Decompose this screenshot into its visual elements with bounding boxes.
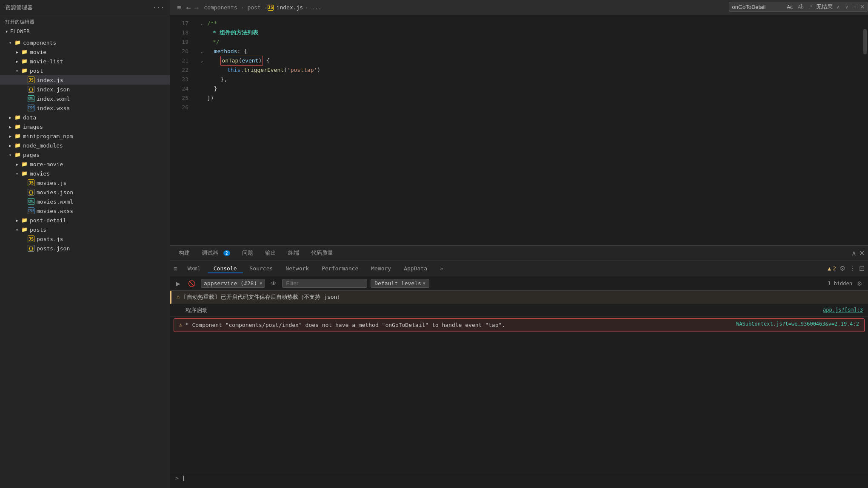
console-filter-input[interactable]	[282, 279, 367, 288]
search-input[interactable]	[732, 4, 783, 10]
dev-tab-console[interactable]: Console	[208, 264, 243, 273]
breadcrumb-js-icon: JS	[268, 5, 274, 11]
dev-tab-memory[interactable]: Memory	[365, 264, 397, 273]
warning-badge[interactable]: ▲ 2	[828, 265, 836, 272]
sidebar: 资源管理器 ··· 打开的编辑器 ▾FLOWER ▾ 📁 components …	[0, 0, 170, 488]
tab-output[interactable]: 输出	[260, 247, 281, 259]
dev-tab-appdata[interactable]: AppData	[398, 264, 433, 273]
sidebar-item-more-movie[interactable]: ▶ 📁 more-movie	[0, 159, 170, 169]
dev-tab-more[interactable]: »	[434, 264, 449, 273]
sidebar-item-movies-wxss[interactable]: ▶ CSS movies.wxss	[0, 206, 170, 216]
editor-scrollbar-thumb[interactable]	[863, 29, 867, 54]
panel-tabs-bar: 构建 调试器 2 问题 输出 终端 代码质量	[170, 246, 868, 261]
tab-code-quality[interactable]: 代码质量	[306, 247, 338, 259]
devtools-settings-btn[interactable]: ⚙	[839, 264, 845, 272]
sidebar-item-data[interactable]: ▶ 📁 data	[0, 113, 170, 122]
tab-overflow-icon[interactable]: ≡	[174, 3, 185, 11]
console-input-row: > |	[170, 473, 868, 483]
tab-forward-icon: →	[194, 3, 199, 12]
code-line-25: })	[194, 94, 868, 103]
warn-icon-1: ⚠	[177, 293, 180, 300]
fold-20[interactable]: ⌄	[200, 47, 207, 56]
console-source-1[interactable]: app.js?[sm]:3	[823, 307, 863, 313]
sidebar-item-index-wxss[interactable]: ▶ CSS index.wxss	[0, 103, 170, 113]
sidebar-item-movies-wxml[interactable]: ▶ XML movies.wxml	[0, 197, 170, 206]
breadcrumb-filename: index.js	[277, 4, 303, 11]
fold-17[interactable]: ⌄	[200, 19, 207, 28]
tab-build[interactable]: 构建	[174, 247, 195, 259]
console-service-select[interactable]: appservice (#28) ▼	[201, 279, 265, 288]
devtools-pointer-icon[interactable]: ⊡	[174, 265, 177, 272]
devtools-more-btn[interactable]: ⋮	[849, 264, 856, 272]
breadcrumb-sep1: ›	[241, 4, 244, 11]
breadcrumb-sep2: ›	[264, 4, 268, 11]
sidebar-item-index-json[interactable]: ▶ {} index.json	[0, 85, 170, 94]
tab-problems[interactable]: 问题	[237, 247, 258, 259]
search-next-btn[interactable]: ∨	[844, 3, 850, 11]
sidebar-title: 资源管理器	[5, 4, 33, 11]
code-line-26	[194, 103, 868, 112]
search-options-btn[interactable]: ≡	[852, 3, 857, 10]
search-case-sensitive-btn[interactable]: Aa	[785, 3, 794, 10]
console-hidden-settings[interactable]: ⚙	[855, 279, 865, 288]
code-line-23: },	[194, 75, 868, 84]
console-messages: ⚠ [自动热重载] 已开启代码文件保存后自动热载（不支持 json） 程序启动 …	[170, 291, 868, 473]
expand-arrow-error[interactable]: ▶	[186, 321, 189, 326]
console-source-error[interactable]: WASubContext.js?t=we…93600463&v=2.19.4:2	[736, 321, 859, 327]
breadcrumb-components: components	[204, 4, 237, 11]
sidebar-item-posts-js[interactable]: ▶ JS posts.js	[0, 234, 170, 244]
sidebar-item-movie[interactable]: ▶ 📁 movie	[0, 47, 170, 57]
sidebar-item-miniprogram-npm[interactable]: ▶ 📁 miniprogram_npm	[0, 131, 170, 141]
sidebar-item-movies-js[interactable]: ▶ JS movies.js	[0, 178, 170, 187]
search-close-btn[interactable]: ✕	[860, 3, 865, 10]
devtools-detach-btn[interactable]: ⊡	[859, 264, 865, 272]
panel-close-btn[interactable]: ✕	[859, 249, 865, 257]
tab-debugger[interactable]: 调试器 2	[197, 247, 235, 259]
sidebar-item-node-modules[interactable]: ▶ 📁 node_modules	[0, 141, 170, 150]
error-icon-1: ⚠	[179, 321, 183, 328]
console-clear-btn[interactable]: 🚫	[186, 279, 197, 288]
code-line-18: * 组件的方法列表	[194, 28, 868, 37]
sidebar-item-movies[interactable]: ▾ 📁 movies	[0, 169, 170, 178]
dev-tab-performance[interactable]: Performance	[316, 264, 364, 273]
sidebar-item-posts[interactable]: ▾ 📁 posts	[0, 225, 170, 234]
sidebar-item-index-wxml[interactable]: ▶ XML index.wxml	[0, 94, 170, 103]
sidebar-item-post[interactable]: ▾ 📁 post	[0, 66, 170, 75]
sidebar-item-images[interactable]: ▶ 📁 images	[0, 122, 170, 131]
dev-tab-sources[interactable]: Sources	[244, 264, 279, 273]
console-run-btn[interactable]: ▶	[174, 279, 183, 288]
sidebar-item-components[interactable]: ▾ 📁 components	[0, 38, 170, 47]
tab-terminal[interactable]: 终端	[283, 247, 304, 259]
tab-back-icon[interactable]: ←	[186, 3, 191, 12]
dev-tab-network[interactable]: Network	[280, 264, 315, 273]
sidebar-item-index-js[interactable]: ▶ JS index.js	[0, 75, 170, 85]
breadcrumb-post: post	[247, 4, 260, 11]
code-line-17: ⌄ /**	[194, 19, 868, 28]
dev-tab-wxml[interactable]: Wxml	[181, 264, 206, 273]
code-line-22: this.triggerEvent('posttap')	[194, 65, 868, 75]
sidebar-more-icon[interactable]: ···	[152, 3, 165, 11]
search-prev-btn[interactable]: ∧	[835, 3, 841, 11]
panel-actions: ∧ ✕	[851, 249, 865, 257]
sidebar-item-posts-json[interactable]: ▶ {} posts.json	[0, 244, 170, 253]
code-line-20: ⌄ methods: {	[194, 47, 868, 56]
code-line-19: */	[194, 37, 868, 47]
open-editors-label: 打开的编辑器	[0, 15, 170, 27]
console-eye-btn[interactable]: 👁	[268, 279, 279, 288]
fold-21[interactable]: ⌄	[200, 56, 207, 65]
devtools-extra: ▲ 2 ⚙ ⋮ ⊡	[828, 264, 865, 272]
search-regex-btn[interactable]: .*	[808, 3, 813, 10]
console-level-select[interactable]: Default levels ▼	[371, 279, 429, 288]
search-bar: Aa Ab̄ .* 无结果 ∧ ∨ ≡ ✕	[729, 2, 868, 12]
code-content: ⌄ /** * 组件的方法列表 */ ⌄ methods: {	[194, 15, 868, 245]
sidebar-item-post-detail[interactable]: ▶ 📁 post-detail	[0, 216, 170, 225]
panel-collapse-btn[interactable]: ∧	[851, 249, 857, 257]
breadcrumb-sep3: ›	[305, 4, 308, 11]
editor-scrollbar[interactable]	[862, 15, 868, 245]
sidebar-item-pages[interactable]: ▾ 📁 pages	[0, 150, 170, 159]
sidebar-item-movie-list[interactable]: ▶ 📁 movie-list	[0, 57, 170, 66]
console-cursor[interactable]: |	[182, 475, 186, 481]
search-whole-word-btn[interactable]: Ab̄	[797, 3, 805, 11]
search-no-results: 无结果	[816, 3, 833, 11]
sidebar-item-movies-json[interactable]: ▶ {} movies.json	[0, 187, 170, 197]
